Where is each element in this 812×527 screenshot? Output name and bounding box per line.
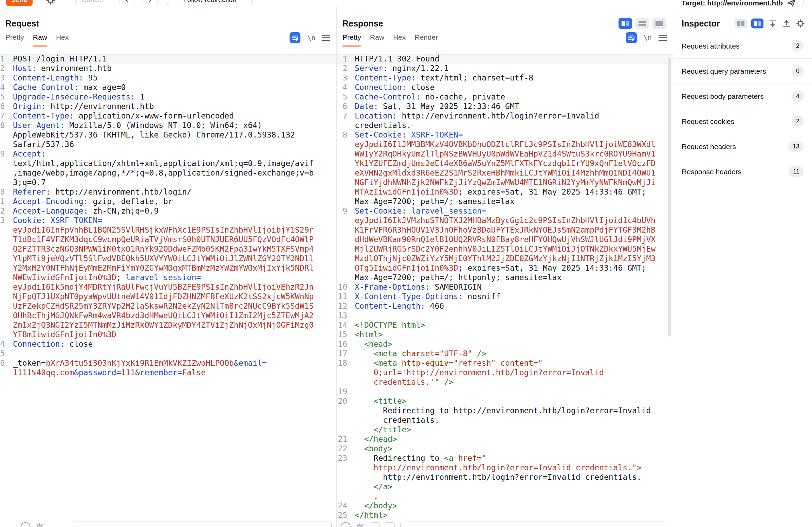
response-prev-match-button[interactable] [370, 522, 380, 527]
code-line[interactable]: 9Set-Cookie: laravel_session= eyJpdiI6Ik… [337, 206, 673, 282]
code-line[interactable]: 2Host: environment.htb [0, 63, 336, 73]
inspector-section-request-headers[interactable]: Request headers13 [673, 134, 812, 159]
code-line[interactable]: 12Accept-Language: zh-CN,zh;q=0.9 [0, 206, 336, 216]
response-settings-icon[interactable] [355, 522, 365, 527]
code-line[interactable]: 7Location: http://environment.htb/login?… [337, 111, 673, 130]
code-line[interactable]: 22 <body> [337, 444, 673, 453]
previous-button[interactable]: ‹ [119, 0, 134, 6]
response-next-match-button[interactable] [385, 522, 395, 527]
code-line[interactable]: 8Set-Cookie: XSRF-TOKEN= eyJpdiI6IlJMM3B… [337, 130, 673, 206]
code-line[interactable]: 9Accept: text/html,application/xhtml+xml… [0, 149, 336, 187]
expand-all-icon[interactable] [782, 19, 791, 28]
more-actions-button[interactable] [803, 0, 812, 6]
response-scrollbar[interactable] [668, 58, 671, 337]
send-to-target-icon[interactable] [787, 0, 796, 7]
code-line[interactable]: 5Upgrade-Insecure-Requests: 1 [0, 92, 336, 101]
collapse-all-icon[interactable] [768, 19, 778, 28]
line-number: 6 [0, 101, 9, 111]
code-line[interactable]: 7Content-Type: application/x-www-form-ur… [0, 111, 336, 120]
response-help-button[interactable] [340, 522, 351, 527]
wrap-lines-icon[interactable] [290, 32, 301, 43]
inspector-section-request-cookies[interactable]: Request cookies2 [673, 109, 812, 134]
code-line[interactable]: 11X-Content-Type-Options: nosniff [337, 292, 673, 301]
request-settings-icon[interactable] [34, 522, 45, 527]
inspector-title: Inspector [682, 19, 730, 29]
single-pane-layout-icon[interactable] [652, 18, 666, 29]
request-editor[interactable]: 1POST /login HTTP/1.12Host: environment.… [0, 54, 336, 377]
response-search-input[interactable] [400, 522, 666, 527]
send-button[interactable]: Send [6, 0, 33, 6]
code-line[interactable]: 2Server: nginx/1.22.1 [337, 63, 673, 73]
code-line[interactable]: 3Content-Length: 95 [0, 73, 336, 83]
code-line[interactable]: 5Cache-Control: no-cache, private [337, 92, 673, 101]
code-line[interactable]: 6Date: Sat, 31 May 2025 12:33:46 GMT [337, 101, 673, 111]
tab-hex[interactable]: Hex [56, 33, 69, 46]
code-line[interactable]: 13Cookie: XSRF-TOKEN= eyJpdiI6InFpVnhBL1… [0, 216, 336, 339]
code-line[interactable]: 6Origin: http://environment.htb [0, 101, 336, 111]
inspector-section-response-headers[interactable]: Response headers11 [673, 159, 812, 184]
split-rows-layout-icon[interactable] [636, 18, 649, 29]
request-search-input[interactable] [73, 522, 332, 527]
code-content: </head> [351, 434, 673, 444]
code-line[interactable]: 23 Redirecting to <a href=" http://envir… [337, 453, 673, 501]
code-line[interactable]: 16_token=bXrA34tu5i303nKjYxKi9R1EmMkVKZI… [0, 358, 336, 377]
code-line[interactable]: 4Connection: close [337, 83, 673, 92]
code-line[interactable]: 12Content-Length: 466 [337, 301, 673, 311]
response-editor[interactable]: 1HTTP/1.1 302 Found2Server: nginx/1.22.1… [337, 54, 673, 520]
split-columns-layout-icon[interactable] [619, 18, 632, 29]
tab-raw[interactable]: Raw [33, 33, 47, 46]
line-number: 6 [337, 101, 351, 111]
code-line[interactable]: 15<html> [337, 330, 673, 339]
request-help-button[interactable] [20, 522, 31, 527]
code-content: Connection: close [9, 339, 336, 349]
tab-hex[interactable]: Hex [393, 33, 406, 46]
newline-toggle[interactable]: \n [307, 33, 315, 42]
code-content: Cache-Control: max-age=0 [9, 83, 336, 92]
tab-render[interactable]: Render [415, 33, 438, 46]
code-line[interactable]: 10X-Frame-Options: SAMEORIGIN [337, 282, 673, 292]
line-number: 24 [337, 501, 351, 510]
tab-pretty[interactable]: Pretty [5, 33, 24, 46]
code-line[interactable]: 20 <title> Redirecting to http://environ… [337, 396, 673, 434]
code-line[interactable]: 18 <meta http-equiv="refresh" content=" … [337, 358, 673, 387]
code-line[interactable]: 10Referer: http://environment.htb/login/ [0, 187, 336, 197]
code-line[interactable]: 3Content-Type: text/html; charset=utf-8 [337, 73, 673, 83]
code-line[interactable]: 17 <meta charset="UTF-8" /> [337, 349, 673, 358]
request-editor-tools: \n [290, 32, 330, 46]
code-line[interactable]: 16 <head> [337, 339, 673, 349]
inspector-gear-icon[interactable] [796, 19, 805, 28]
wrap-lines-icon[interactable] [626, 32, 637, 43]
code-line[interactable]: 24 </body> [337, 501, 673, 510]
line-number: 7 [337, 111, 351, 120]
code-content: Cookie: XSRF-TOKEN= eyJpdiI6InFpVnhBL1BQ… [9, 216, 336, 339]
newline-toggle[interactable]: \n [643, 33, 652, 42]
code-content: Accept-Language: zh-CN,zh;q=0.9 [9, 206, 336, 216]
code-line[interactable]: 15 [0, 349, 336, 358]
code-line[interactable]: 8User-Agent: Mozilla/5.0 (Windows NT 10.… [0, 120, 336, 149]
code-line[interactable]: 1HTTP/1.1 302 Found [337, 54, 673, 63]
code-line[interactable]: 21 </head> [337, 434, 673, 444]
inspector-section-request-attributes[interactable]: Request attributes2 [673, 33, 812, 59]
code-line[interactable]: 11Accept-Encoding: gzip, deflate, br [0, 197, 336, 206]
response-panel-header: Response [343, 18, 666, 29]
code-line[interactable]: 4Cache-Control: max-age=0 [0, 83, 336, 92]
tab-pretty[interactable]: Pretty [343, 33, 361, 46]
code-line[interactable]: 1POST /login HTTP/1.1 [0, 54, 336, 63]
next-button[interactable]: › [143, 0, 158, 6]
editor-menu-icon[interactable] [658, 35, 667, 41]
tab-raw[interactable]: Raw [370, 33, 384, 46]
editor-menu-icon[interactable] [322, 35, 330, 41]
gear-icon[interactable] [45, 0, 56, 5]
inspector-section-request-query-parameters[interactable]: Request query parameters0 [673, 59, 812, 84]
inspector-columns-layout-icon[interactable] [735, 18, 747, 29]
inspector-split-layout-icon[interactable] [751, 18, 764, 29]
cancel-button[interactable]: Cancel [75, 0, 109, 6]
inspector-section-request-body-parameters[interactable]: Request body parameters4 [673, 84, 812, 109]
code-line[interactable]: 19 [337, 387, 673, 396]
code-line[interactable]: 14Connection: close [0, 339, 336, 349]
follow-redirection-button[interactable]: Follow redirection [167, 0, 252, 6]
code-line[interactable]: 14<!DOCTYPE html> [337, 320, 673, 330]
code-line[interactable]: 13 [337, 311, 673, 320]
line-number: 7 [0, 111, 9, 120]
code-line[interactable]: 25</html> [337, 510, 673, 520]
